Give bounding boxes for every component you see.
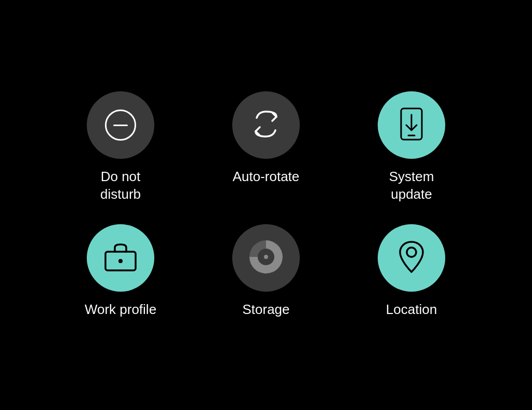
storage-icon [248, 239, 284, 277]
tile-work-profile-circle [87, 224, 154, 292]
tile-work-profile[interactable]: Work profile [63, 224, 178, 319]
tile-storage-circle [232, 224, 300, 292]
tile-location-circle [378, 224, 445, 292]
tile-auto-rotate-circle [232, 91, 300, 159]
tile-system-update-circle [378, 91, 445, 159]
svg-point-8 [407, 248, 416, 257]
tile-work-profile-label: Work profile [85, 301, 156, 319]
auto-rotate-icon [249, 107, 283, 143]
tile-auto-rotate-label: Auto-rotate [233, 168, 300, 186]
tile-storage-label: Storage [242, 301, 289, 319]
svg-point-7 [264, 255, 268, 259]
location-icon [397, 240, 426, 276]
dnd-icon [105, 110, 136, 141]
work-profile-icon [103, 241, 138, 275]
tile-location[interactable]: Location [354, 224, 469, 319]
tile-do-not-disturb[interactable]: Do notdisturb [63, 91, 178, 203]
tile-location-label: Location [386, 301, 437, 319]
system-update-icon [398, 107, 425, 143]
tile-do-not-disturb-label: Do notdisturb [100, 168, 141, 203]
tile-storage[interactable]: Storage [209, 224, 323, 319]
tile-do-not-disturb-circle [87, 91, 154, 159]
tile-system-update-label: Systemupdate [389, 168, 434, 203]
quick-settings-grid: Do notdisturb Auto-rotate [32, 71, 500, 339]
tile-system-update[interactable]: Systemupdate [354, 91, 469, 203]
svg-point-4 [118, 259, 123, 263]
tile-auto-rotate[interactable]: Auto-rotate [209, 91, 323, 203]
